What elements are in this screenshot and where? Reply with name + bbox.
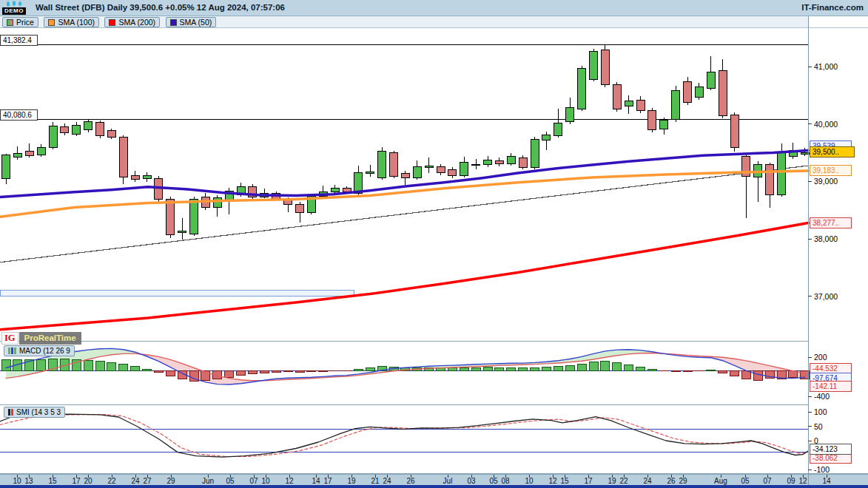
candle-body xyxy=(648,110,656,129)
candle-body xyxy=(484,160,492,165)
macd-label: MACD (12 26 9 xyxy=(19,347,70,355)
candle-body xyxy=(542,135,551,140)
candle-body xyxy=(601,50,609,85)
macd-histogram-bar xyxy=(507,367,516,370)
sma200-icon xyxy=(109,19,115,26)
date-label: 07 xyxy=(249,477,258,485)
trendline xyxy=(0,166,808,262)
macd-axis-label: -400 xyxy=(814,392,830,401)
macd-histogram-bar xyxy=(636,367,645,370)
macd-histogram-bar xyxy=(707,370,716,370)
chart-canvas[interactable] xyxy=(0,0,868,488)
macd-histogram-bar xyxy=(613,362,622,370)
brand-link[interactable]: IT-Finance.com xyxy=(801,3,864,12)
macd-histogram-bar xyxy=(683,370,692,372)
candle-body xyxy=(566,107,574,121)
macd-histogram-bar xyxy=(519,367,528,370)
legend-label: SMA (200) xyxy=(118,18,155,27)
smi-axis-label: 100 xyxy=(814,407,827,416)
legend-chip-sma50[interactable]: SMA (50) xyxy=(166,17,217,27)
price-level-label-high[interactable]: 41,382.4 xyxy=(0,35,38,46)
date-label: 17 xyxy=(72,477,80,485)
legend-chip-price[interactable]: Price xyxy=(2,17,38,27)
date-label: 12 xyxy=(548,477,556,485)
date-label: 17 xyxy=(584,477,592,485)
candle-body xyxy=(672,90,680,120)
date-label: 19 xyxy=(347,477,355,485)
candle-body xyxy=(143,175,151,179)
ig-prorealtime-logo: IG ProRealTime xyxy=(1,332,81,345)
candle-body xyxy=(131,175,139,179)
macd-histogram-bar xyxy=(272,370,280,372)
candle-body xyxy=(437,166,445,173)
date-label: 15 xyxy=(48,477,56,485)
candle-body xyxy=(343,188,351,192)
date-label: 05 xyxy=(226,477,234,485)
sma100-value-badge: 39,183.. xyxy=(810,165,852,176)
macd-histogram-bar xyxy=(331,370,340,371)
macd-histogram-bar xyxy=(471,367,480,370)
candle-body xyxy=(519,157,527,167)
date-label: 24 xyxy=(643,477,651,485)
price-axis-label: 40,000 xyxy=(814,120,838,129)
smi-value-badge: -34.123 xyxy=(810,444,852,455)
sma100-icon xyxy=(48,19,55,26)
mini-chart-icon xyxy=(6,1,25,7)
date-label: 29 xyxy=(679,477,687,485)
macd-value-badge: -142.11 xyxy=(810,381,852,392)
price-axis-label: 39,000 xyxy=(814,177,838,186)
candle-body xyxy=(84,122,92,130)
legend-label: SMA (50) xyxy=(180,18,212,27)
candle-body xyxy=(73,126,81,135)
selection-region[interactable] xyxy=(0,290,354,296)
candle-body xyxy=(390,153,398,177)
candle-body xyxy=(366,172,374,174)
candle-body xyxy=(613,84,621,109)
price-level-label-low[interactable]: 40,080.6 xyxy=(0,109,38,121)
candle-body xyxy=(684,81,692,103)
macd-histogram-bar xyxy=(531,367,539,370)
date-label: 09 xyxy=(787,477,795,485)
macd-histogram-bar xyxy=(483,367,492,370)
date-label: Jul xyxy=(443,477,453,485)
legend-chip-sma100[interactable]: SMA (100) xyxy=(44,17,99,27)
candle-body xyxy=(96,122,104,136)
date-label: 10 xyxy=(261,477,269,485)
date-label: 13 xyxy=(24,477,33,485)
macd-indicator-chip[interactable]: MACD (12 26 9 xyxy=(4,345,75,356)
candle-body xyxy=(554,123,562,136)
smi-icon xyxy=(8,409,13,416)
sma200-line xyxy=(0,223,808,330)
date-label: Jun xyxy=(202,477,214,485)
candle-body xyxy=(61,126,69,133)
candle-body xyxy=(578,68,586,109)
smi-indicator-chip[interactable]: SMI (14 3 5 3 xyxy=(4,407,65,418)
smi-axis-label: -100 xyxy=(814,465,830,474)
candle-body xyxy=(472,164,480,166)
candle-body xyxy=(742,157,750,177)
date-label: 10 xyxy=(13,477,21,485)
macd-histogram-bar xyxy=(719,370,727,373)
macd-histogram-bar xyxy=(730,370,739,376)
candle-body xyxy=(25,151,33,155)
smi-signal-line xyxy=(0,415,808,457)
smi-label: SMI (14 3 5 3 xyxy=(16,408,61,416)
legend-chip-sma200[interactable]: SMA (200) xyxy=(104,17,160,27)
macd-histogram-bar xyxy=(460,367,468,370)
candle-body xyxy=(448,169,457,176)
macd-histogram-bar xyxy=(671,370,680,372)
macd-histogram-bar xyxy=(84,360,92,370)
date-label: 22 xyxy=(619,477,628,485)
chart-application: DEMO Wall Street (DFB) Daily 39,500.6 +0… xyxy=(0,0,868,488)
date-label: 10 xyxy=(525,477,533,485)
candle-body xyxy=(13,153,21,157)
date-label: 07 xyxy=(763,477,771,485)
macd-histogram-bar xyxy=(237,370,246,376)
candle-body xyxy=(166,199,175,234)
macd-histogram-bar xyxy=(295,370,304,372)
candle-body xyxy=(413,167,421,178)
date-label: 17 xyxy=(323,477,332,485)
date-label: 24 xyxy=(383,477,391,485)
macd-histogram-bar xyxy=(565,365,574,370)
candle-body xyxy=(778,153,786,195)
